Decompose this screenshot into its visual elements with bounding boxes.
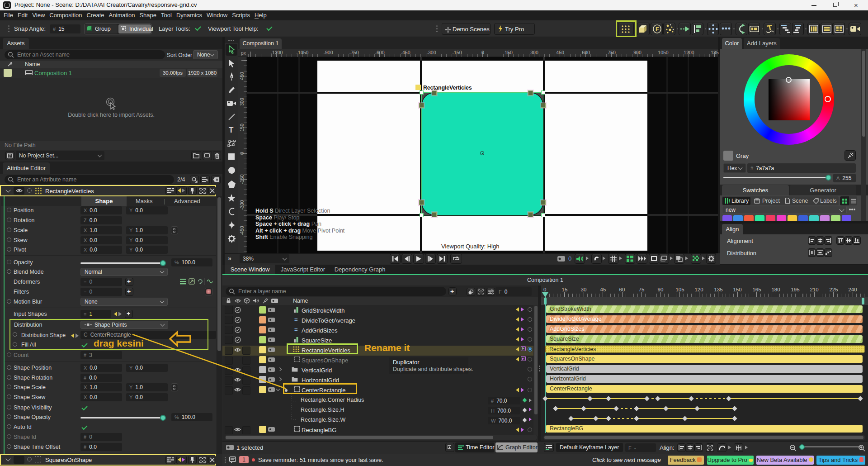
svg-text:F: F xyxy=(656,26,659,33)
